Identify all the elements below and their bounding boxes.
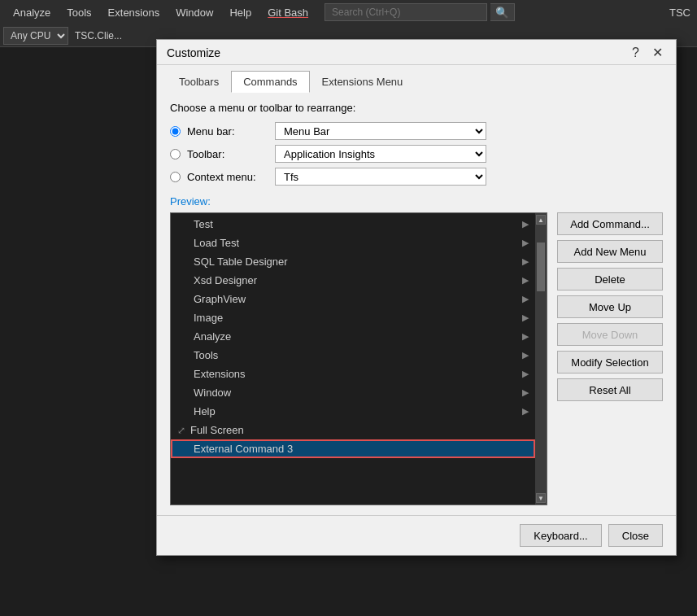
radio-row-toolbar: Toolbar: Application Insights [170, 145, 663, 163]
scroll-up-button[interactable]: ▲ [536, 215, 546, 225]
arrow-icon: ▶ [522, 406, 529, 417]
preview-list-container: Test ▶ Load Test ▶ SQL Table Designer ▶ [170, 212, 547, 505]
radio-toolbar-label: Toolbar: [187, 148, 268, 160]
list-item-analyze[interactable]: Analyze ▶ [171, 327, 535, 346]
arrow-icon: ▶ [522, 387, 529, 398]
dialog-title: Customize [167, 46, 220, 59]
delete-button[interactable]: Delete [557, 268, 663, 291]
arrow-icon: ▶ [522, 312, 529, 323]
tab-toolbars[interactable]: Toolbars [167, 71, 231, 93]
list-item-full-screen[interactable]: ⤢Full Screen [171, 421, 535, 439]
action-buttons: Add Command... Add New Menu Delete Move … [557, 212, 663, 505]
list-item-test[interactable]: Test ▶ [171, 215, 535, 234]
arrow-icon: ▶ [522, 275, 529, 286]
dialog-titlebar: Customize ? ✕ [157, 40, 676, 65]
list-item-xsd-designer[interactable]: Xsd Designer ▶ [171, 271, 535, 290]
scrollbar[interactable]: ▲ ▼ [535, 213, 547, 505]
radio-context[interactable] [170, 172, 181, 182]
reset-all-button[interactable]: Reset All [557, 378, 663, 401]
customize-dialog: Customize ? ✕ Toolbars Commands Extensio… [156, 39, 677, 556]
preview-panel: Test ▶ Load Test ▶ SQL Table Designer ▶ [170, 212, 663, 505]
radio-row-menubar: Menu bar: Menu Bar [170, 122, 663, 140]
preview-list[interactable]: Test ▶ Load Test ▶ SQL Table Designer ▶ [171, 213, 535, 505]
list-item-sql-table-designer[interactable]: SQL Table Designer ▶ [171, 252, 535, 271]
tab-extensions-menu[interactable]: Extensions Menu [310, 71, 416, 93]
list-item-extensions[interactable]: Extensions ▶ [171, 365, 535, 383]
add-command-button[interactable]: Add Command... [557, 212, 663, 235]
expand-icon: ⤢ [177, 425, 185, 436]
toolbar-dropdown[interactable]: Application Insights [275, 145, 486, 163]
list-item-tools[interactable]: Tools ▶ [171, 346, 535, 365]
context-dropdown[interactable]: Tfs [275, 168, 486, 186]
modal-overlay: Customize ? ✕ Toolbars Commands Extensio… [0, 0, 697, 616]
radio-context-label: Context menu: [187, 171, 268, 183]
arrow-icon: ▶ [522, 331, 529, 342]
dialog-close-button[interactable]: ✕ [649, 46, 666, 59]
dialog-help-button[interactable]: ? [629, 46, 643, 59]
menubar-dropdown[interactable]: Menu Bar [275, 122, 486, 140]
scroll-down-button[interactable]: ▼ [536, 493, 546, 503]
arrow-icon: ▶ [522, 294, 529, 304]
scroll-thumb[interactable] [537, 242, 545, 291]
list-item-load-test[interactable]: Load Test ▶ [171, 234, 535, 252]
radio-toolbar[interactable] [170, 149, 181, 159]
radio-menubar[interactable] [170, 126, 181, 137]
arrow-icon: ▶ [522, 238, 529, 248]
preview-label: Preview: [170, 195, 663, 208]
list-item-image[interactable]: Image ▶ [171, 308, 535, 327]
list-item-external-command-3[interactable]: External Command 3 [171, 439, 535, 458]
radio-row-context: Context menu: Tfs [170, 168, 663, 186]
tab-bar: Toolbars Commands Extensions Menu [157, 65, 676, 92]
choose-label: Choose a menu or toolbar to rearrange: [170, 102, 663, 114]
scroll-track[interactable] [536, 226, 546, 491]
keyboard-button[interactable]: Keyboard... [520, 524, 602, 547]
list-item-window[interactable]: Window ▶ [171, 383, 535, 402]
radio-group: Menu bar: Menu Bar Toolbar: Application … [170, 122, 663, 186]
move-up-button[interactable]: Move Up [557, 295, 663, 318]
radio-menubar-label: Menu bar: [187, 125, 268, 138]
arrow-icon: ▶ [522, 256, 529, 267]
close-dialog-button[interactable]: Close [608, 524, 663, 547]
list-item-help[interactable]: Help ▶ [171, 402, 535, 421]
modify-selection-button[interactable]: Modify Selection [557, 351, 663, 374]
tab-commands[interactable]: Commands [231, 71, 309, 93]
dialog-footer: Keyboard... Close [157, 515, 676, 555]
list-item-graphview[interactable]: GraphView ▶ [171, 290, 535, 308]
arrow-icon: ▶ [522, 219, 529, 229]
dialog-body: Choose a menu or toolbar to rearrange: M… [157, 92, 676, 515]
arrow-icon: ▶ [522, 350, 529, 360]
arrow-icon: ▶ [522, 369, 529, 379]
add-new-menu-button[interactable]: Add New Menu [557, 240, 663, 263]
dialog-controls: ? ✕ [629, 46, 666, 59]
move-down-button[interactable]: Move Down [557, 323, 663, 346]
